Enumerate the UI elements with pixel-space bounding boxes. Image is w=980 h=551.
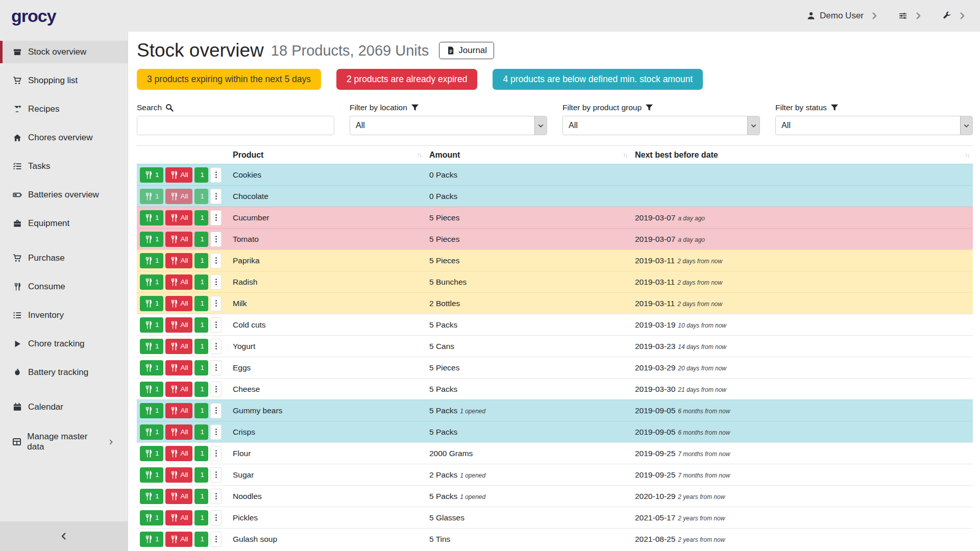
- amount-column-header[interactable]: Amount↑↓: [425, 151, 631, 160]
- sidebar-item-batteries-overview[interactable]: Batteries overview: [0, 184, 128, 206]
- open-one-button[interactable]: 1: [194, 467, 209, 483]
- consume-all-button[interactable]: All: [165, 446, 192, 461]
- location-select[interactable]: All: [350, 116, 547, 135]
- row-menu-button[interactable]: [210, 210, 222, 226]
- open-one-button[interactable]: 1: [194, 274, 209, 290]
- consume-one-button[interactable]: 1: [140, 424, 163, 440]
- row-menu-button[interactable]: [210, 510, 222, 525]
- row-menu-button[interactable]: [210, 317, 222, 333]
- status-select[interactable]: All: [775, 116, 973, 135]
- chevron-right-icon[interactable]: [870, 11, 879, 20]
- open-one-button[interactable]: 1: [194, 532, 209, 547]
- row-menu-button[interactable]: [210, 489, 222, 504]
- consume-all-button[interactable]: All: [165, 296, 192, 311]
- row-menu-button[interactable]: [210, 403, 222, 418]
- sidebar-item-manage-master-data[interactable]: Manage master data: [0, 431, 128, 453]
- sidebar-item-shopping-list[interactable]: Shopping list: [0, 69, 128, 92]
- sidebar-item-consume[interactable]: Consume: [0, 276, 128, 298]
- consume-one-button[interactable]: 1: [140, 510, 163, 525]
- consume-all-button[interactable]: All: [165, 510, 192, 525]
- row-menu-button[interactable]: [210, 253, 222, 268]
- sidebar-item-battery-tracking[interactable]: Battery tracking: [0, 361, 128, 384]
- open-one-button[interactable]: 1: [194, 296, 209, 311]
- admin-wrench-button[interactable]: [942, 11, 951, 20]
- consume-all-button[interactable]: All: [165, 167, 192, 183]
- consume-one-button[interactable]: 1: [140, 360, 163, 375]
- sidebar-item-calendar[interactable]: Calendar: [0, 396, 128, 418]
- open-one-button[interactable]: 1: [194, 446, 209, 461]
- date-column-header[interactable]: Next best before date↑↓: [631, 151, 973, 160]
- open-one-button[interactable]: 1: [194, 489, 209, 504]
- sort-icon[interactable]: ↑↓: [417, 152, 421, 159]
- consume-one-button[interactable]: 1: [140, 467, 163, 483]
- consume-one-button[interactable]: 1: [140, 403, 163, 418]
- sidebar-collapse-button[interactable]: [0, 521, 128, 551]
- consume-one-button[interactable]: 1: [140, 274, 163, 290]
- consume-one-button[interactable]: 1: [140, 446, 163, 461]
- product-group-select[interactable]: All: [562, 116, 760, 135]
- consume-one-button[interactable]: 1: [140, 489, 163, 504]
- sort-icon[interactable]: ↑↓: [623, 152, 627, 159]
- sidebar-item-purchase[interactable]: Purchase: [0, 247, 128, 269]
- row-menu-button[interactable]: [210, 382, 222, 397]
- alert-info[interactable]: 4 products are below defined min. stock …: [493, 69, 703, 90]
- open-one-button[interactable]: 1: [194, 167, 209, 183]
- sidebar-item-recipes[interactable]: Recipes: [0, 98, 128, 120]
- consume-one-button[interactable]: 1: [140, 532, 163, 547]
- sidebar-item-chores-overview[interactable]: Chores overview: [0, 127, 128, 149]
- sidebar-item-inventory[interactable]: Inventory: [0, 304, 128, 327]
- row-menu-button[interactable]: [210, 189, 222, 204]
- open-one-button[interactable]: 1: [194, 210, 209, 226]
- consume-one-button[interactable]: 1: [140, 232, 163, 247]
- consume-one-button[interactable]: 1: [140, 189, 163, 204]
- user-menu[interactable]: Demo User: [806, 11, 864, 21]
- sidebar-item-stock-overview[interactable]: Stock overview: [0, 41, 128, 63]
- row-menu-button[interactable]: [210, 232, 222, 247]
- consume-one-button[interactable]: 1: [140, 210, 163, 226]
- consume-one-button[interactable]: 1: [140, 317, 163, 333]
- consume-all-button[interactable]: All: [165, 360, 192, 375]
- consume-all-button[interactable]: All: [165, 253, 192, 268]
- product-column-header[interactable]: Product↑↓: [229, 151, 425, 160]
- sidebar-item-tasks[interactable]: Tasks: [0, 155, 128, 178]
- chevron-right-icon[interactable]: [958, 11, 967, 20]
- row-menu-button[interactable]: [210, 360, 222, 375]
- consume-one-button[interactable]: 1: [140, 339, 163, 354]
- consume-all-button[interactable]: All: [165, 232, 192, 247]
- row-menu-button[interactable]: [210, 446, 222, 461]
- consume-all-button[interactable]: All: [165, 403, 192, 418]
- chevron-right-icon[interactable]: [914, 11, 923, 20]
- row-menu-button[interactable]: [210, 467, 222, 483]
- open-one-button[interactable]: 1: [194, 510, 209, 525]
- consume-all-button[interactable]: All: [165, 424, 192, 440]
- open-one-button[interactable]: 1: [194, 317, 209, 333]
- app-logo[interactable]: grocy: [11, 6, 56, 26]
- open-one-button[interactable]: 1: [194, 403, 209, 418]
- open-one-button[interactable]: 1: [194, 382, 209, 397]
- consume-all-button[interactable]: All: [165, 339, 192, 354]
- consume-all-button[interactable]: All: [165, 274, 192, 290]
- open-one-button[interactable]: 1: [194, 339, 209, 354]
- consume-all-button[interactable]: All: [165, 210, 192, 226]
- consume-all-button[interactable]: All: [165, 189, 192, 204]
- sidebar-item-equipment[interactable]: Equipment: [0, 212, 128, 235]
- consume-one-button[interactable]: 1: [140, 296, 163, 311]
- row-menu-button[interactable]: [210, 339, 222, 354]
- alert-warn[interactable]: 3 products expiring within the next 5 da…: [137, 69, 321, 90]
- settings-sliders-button[interactable]: [898, 11, 908, 20]
- journal-button[interactable]: Journal: [439, 42, 494, 59]
- sort-icon[interactable]: ↑↓: [965, 152, 969, 159]
- row-menu-button[interactable]: [210, 274, 222, 290]
- open-one-button[interactable]: 1: [194, 253, 209, 268]
- consume-one-button[interactable]: 1: [140, 167, 163, 183]
- open-one-button[interactable]: 1: [194, 360, 209, 375]
- row-menu-button[interactable]: [210, 167, 222, 183]
- consume-all-button[interactable]: All: [165, 382, 192, 397]
- sidebar-item-chore-tracking[interactable]: Chore tracking: [0, 333, 128, 355]
- row-menu-button[interactable]: [210, 532, 222, 547]
- consume-one-button[interactable]: 1: [140, 382, 163, 397]
- alert-danger[interactable]: 2 products are already expired: [336, 69, 477, 90]
- search-input[interactable]: [137, 116, 334, 135]
- open-one-button[interactable]: 1: [194, 424, 209, 440]
- open-one-button[interactable]: 1: [194, 232, 209, 247]
